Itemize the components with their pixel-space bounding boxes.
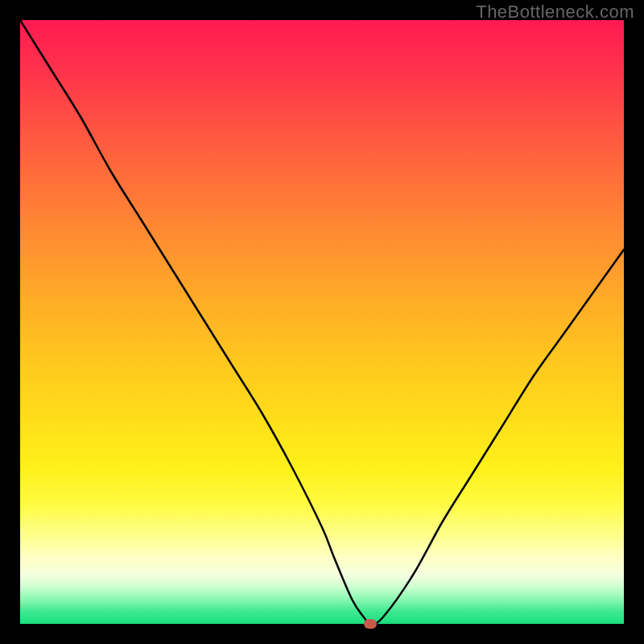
bottleneck-curve <box>20 20 624 624</box>
chart-frame: TheBottleneck.com <box>0 0 644 644</box>
curve-svg <box>20 20 624 624</box>
plot-area <box>20 20 624 624</box>
current-point-marker <box>364 619 377 629</box>
watermark-text: TheBottleneck.com <box>476 2 634 23</box>
